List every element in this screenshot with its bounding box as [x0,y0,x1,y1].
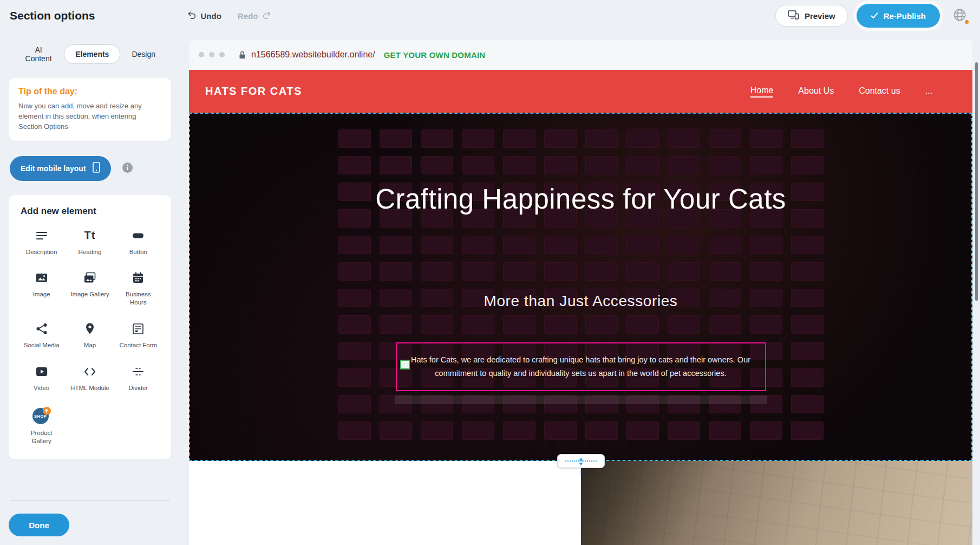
preview-button[interactable]: Preview [775,5,848,27]
get-domain-link[interactable]: GET YOUR OWN DOMAIN [384,50,486,60]
hero-tile [462,156,494,174]
element-video[interactable]: Video [17,364,66,392]
tab-ai-content[interactable]: AI Content [13,40,64,68]
nav-about-us[interactable]: About Us [798,86,834,97]
hero-tile [626,421,659,440]
window-dot [199,52,204,57]
hero-tile [503,156,535,174]
undo-button[interactable]: Undo [187,11,221,21]
hero-tile [585,421,618,440]
add-element-panel: Add new element Description Tt Heading [9,195,171,460]
sidebar: AI Content Elements Design Tip of the da… [0,31,180,545]
hero-tile [585,315,618,334]
element-heading[interactable]: Tt Heading [66,228,114,256]
republish-button[interactable]: Re-Publish [857,4,940,28]
hero-tile [791,183,824,201]
site-preview: HATS FOR CATS Home About Us Contact us .… [189,70,972,545]
nav-more[interactable]: ... [925,86,932,97]
page-scrollbar[interactable] [975,62,978,301]
section-resize-handle[interactable]: ↑ [557,454,605,468]
selected-text-element[interactable]: Hats for Cats, we are dedicated to craft… [396,342,766,391]
element-label: Heading [79,248,102,256]
hero-section-selected[interactable]: Crafting Happiness for Your Cats More th… [189,113,972,461]
nav-home[interactable]: Home [750,86,774,98]
element-image-gallery[interactable]: Image Gallery [66,270,114,307]
hero-tile [709,156,741,174]
tip-of-the-day-card: Tip of the day: Now you can add, move an… [9,78,171,141]
hero-tile [626,156,659,174]
hero-tile [544,315,577,334]
mobile-info-button[interactable] [122,162,133,175]
undo-label: Undo [201,11,221,21]
element-product-gallery[interactable]: SHOP Product Gallery [17,406,66,445]
hero-tile [462,236,494,254]
button-icon [131,228,145,244]
hero-tile [709,262,741,281]
element-label: Contact Form [119,341,157,349]
tip-title: Tip of the day: [18,87,161,96]
hero-tile [668,236,700,254]
site-header[interactable]: HATS FOR CATS Home About Us Contact us .… [189,70,972,113]
hero-tile [750,129,782,148]
mobile-layout-row: Edit mobile layout [10,156,170,181]
element-divider[interactable]: Divider [114,364,162,392]
element-label: Image [33,290,50,299]
edit-mobile-layout-button[interactable]: Edit mobile layout [10,156,111,181]
hero-tile [626,236,659,254]
element-button[interactable]: Button [114,228,162,256]
description-icon [35,228,48,244]
hero-tile [338,342,371,360]
lock-icon [239,51,246,59]
hero-tile [421,421,453,440]
hero-tile [544,262,577,281]
sidebar-tabs: AI Content Elements Design [9,40,171,68]
redo-button[interactable]: Redo [238,11,272,21]
element-contact-form[interactable]: Contact Form [114,321,162,349]
hero-tile [626,262,659,281]
element-label: Map [84,341,96,349]
element-business-hours[interactable]: Business Hours [114,270,162,307]
hero-tile [421,315,453,334]
element-description[interactable]: Description [17,228,66,256]
element-social-media[interactable]: Social Media [17,321,66,349]
element-label: Divider [128,384,148,392]
element-map[interactable]: Map [66,321,114,349]
language-globe-button[interactable] [949,5,970,27]
redo-icon [262,11,271,21]
hero-tile [709,129,741,148]
hero-tile [380,236,412,254]
hero-tile [791,236,824,254]
hero-tile [750,262,782,281]
hero-tile [585,236,618,254]
element-label: Social Media [24,341,60,349]
hero-tile [791,156,824,174]
hero-tile [338,421,371,440]
hero-heading[interactable]: Crafting Happiness for Your Cats [370,178,792,220]
hover-element-highlight [395,395,767,404]
tab-elements[interactable]: Elements [64,44,120,64]
hero-tile [462,315,494,334]
hero-tile [421,236,453,254]
hero-subheading[interactable]: More than Just Accessories [189,293,972,310]
hero-tile [544,156,577,174]
hero-tile [503,129,535,148]
tab-design[interactable]: Design [120,44,167,64]
business-hours-icon [131,270,145,286]
element-label: Product Gallery [22,429,62,445]
hero-tile [668,262,700,281]
element-html-module[interactable]: HTML Module [66,364,114,392]
hero-tile [668,156,700,174]
upgrade-badge-icon [43,407,51,415]
hero-tile [750,236,782,254]
selection-resize-handle[interactable] [400,360,410,369]
hero-tile [544,129,577,148]
image-gallery-icon [83,270,97,286]
hero-tile [626,129,659,148]
done-button[interactable]: Done [9,514,69,536]
product-gallery-icon: SHOP [32,406,51,425]
hero-tile [380,315,412,334]
hero-tile [338,395,371,413]
element-image[interactable]: Image [17,270,66,307]
preview-label: Preview [805,11,835,21]
nav-contact-us[interactable]: Contact us [859,86,900,97]
